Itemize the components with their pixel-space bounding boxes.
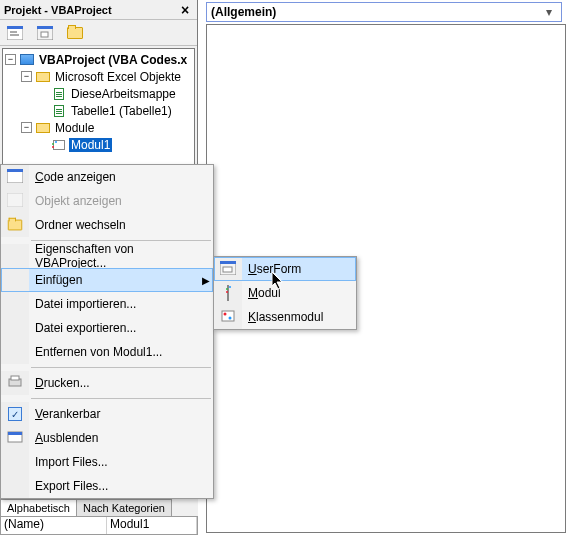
userform-icon (220, 261, 236, 278)
tree-folder-excel-objects[interactable]: − Microsoft Excel Objekte (3, 68, 194, 85)
tree-folder-modules[interactable]: − Module (3, 119, 194, 136)
collapse-icon[interactable]: − (21, 71, 32, 82)
printer-icon (7, 375, 23, 392)
svg-rect-8 (7, 169, 23, 172)
tree-item-label: Modul1 (69, 138, 112, 152)
tree-item-sheet[interactable]: Tabelle1 (Tabelle1) (3, 102, 194, 119)
tree-item-module[interactable]: Modul1 (3, 136, 194, 153)
property-key: (Name) (1, 517, 107, 534)
collapse-icon[interactable]: − (21, 122, 32, 133)
svg-rect-15 (220, 261, 236, 264)
tree-root-label: VBAProject (VBA Codes.x (37, 53, 189, 67)
menu-view-object: Objekt anzeigen (1, 189, 213, 213)
menu-label: Code anzeigen (29, 170, 213, 184)
menu-label: Objekt anzeigen (29, 194, 213, 208)
tab-alphabetical[interactable]: Alphabetisch (0, 499, 77, 516)
menu-import-files[interactable]: Import Files... (1, 450, 213, 474)
check-icon: ✓ (8, 407, 22, 421)
toggle-folders-icon[interactable] (64, 22, 86, 44)
insert-submenu: UserForm Modul Klassenmodul (213, 256, 357, 330)
worksheet-icon (51, 104, 67, 118)
menu-label: Ordner wechseln (29, 218, 213, 232)
menu-remove[interactable]: Entfernen von Modul1... (1, 340, 213, 364)
view-object-icon[interactable] (34, 22, 56, 44)
object-icon (7, 193, 23, 210)
submenu-module[interactable]: Modul (214, 281, 356, 305)
object-dropdown-value: (Allgemein) (211, 5, 541, 19)
svg-rect-1 (7, 26, 23, 29)
tree-root[interactable]: − VBAProject (VBA Codes.x (3, 51, 194, 68)
menu-dockable[interactable]: ✓ Verankerbar (1, 402, 213, 426)
menu-properties[interactable]: Eigenschaften von VBAProject... (1, 244, 213, 268)
menu-label: Import Files... (29, 455, 213, 469)
submenu-arrow-icon: ▶ (199, 275, 213, 286)
property-value[interactable]: Modul1 (107, 517, 197, 534)
project-icon (19, 53, 35, 67)
menu-label: Entfernen von Modul1... (29, 345, 213, 359)
svg-point-18 (224, 312, 227, 315)
menu-export-files[interactable]: Export Files... (1, 474, 213, 498)
folder-icon (7, 219, 23, 231)
menu-export[interactable]: Datei exportieren... (1, 316, 213, 340)
menu-separator (31, 398, 211, 399)
properties-grid[interactable]: (Name) Modul1 (0, 516, 198, 535)
menu-separator (31, 367, 211, 368)
svg-point-19 (229, 316, 232, 319)
menu-view-code[interactable]: Code anzeigen (1, 165, 213, 189)
view-code-icon[interactable] (4, 22, 26, 44)
svg-rect-16 (223, 267, 232, 272)
submenu-userform[interactable]: UserForm (214, 257, 356, 281)
menu-import[interactable]: Datei importieren... (1, 292, 213, 316)
chevron-down-icon: ▾ (541, 5, 557, 19)
menu-separator (31, 240, 211, 241)
menu-label: Export Files... (29, 479, 213, 493)
panel-toolbar (0, 20, 197, 46)
menu-label: Verankerbar (29, 407, 213, 421)
tree-item-label: Tabelle1 (Tabelle1) (69, 104, 174, 118)
menu-label: Datei exportieren... (29, 321, 213, 335)
module-icon (227, 286, 229, 300)
panel-title-text: Projekt - VBAProject (4, 4, 177, 16)
menu-toggle-folder[interactable]: Ordner wechseln (1, 213, 213, 237)
submenu-class-module[interactable]: Klassenmodul (214, 305, 356, 329)
properties-tabs: Alphabetisch Nach Kategorien (0, 499, 198, 516)
menu-label: UserForm (242, 262, 356, 276)
class-module-icon (220, 309, 236, 326)
menu-label: Datei importieren... (29, 297, 213, 311)
folder-icon (35, 121, 51, 135)
module-icon (51, 138, 67, 152)
context-menu: Code anzeigen Objekt anzeigen Ordner wec… (0, 164, 214, 499)
property-row[interactable]: (Name) Modul1 (1, 517, 197, 534)
collapse-icon[interactable]: − (5, 54, 16, 65)
svg-rect-13 (8, 432, 22, 435)
tree-item-label: DieseArbeitsmappe (69, 87, 178, 101)
tree-folder-label: Module (53, 121, 96, 135)
panel-titlebar: Projekt - VBAProject × (0, 0, 197, 20)
svg-rect-5 (37, 26, 53, 29)
menu-hide[interactable]: Ausblenden (1, 426, 213, 450)
folder-icon (35, 70, 51, 84)
svg-rect-17 (222, 311, 234, 321)
svg-rect-11 (11, 376, 19, 380)
tree-item-workbook[interactable]: DieseArbeitsmappe (3, 85, 194, 102)
menu-label: Drucken... (29, 376, 213, 390)
tree-folder-label: Microsoft Excel Objekte (53, 70, 183, 84)
menu-label: Eigenschaften von VBAProject... (29, 242, 213, 270)
menu-print[interactable]: Drucken... (1, 371, 213, 395)
tab-categorized[interactable]: Nach Kategorien (76, 499, 172, 516)
object-dropdown[interactable]: (Allgemein) ▾ (206, 2, 562, 22)
svg-rect-9 (7, 193, 23, 207)
hide-icon (7, 430, 23, 447)
menu-label: Ausblenden (29, 431, 213, 445)
menu-label: Modul (242, 286, 356, 300)
menu-label: Einfügen (29, 273, 199, 287)
panel-close-button[interactable]: × (177, 2, 193, 18)
menu-label: Klassenmodul (242, 310, 356, 324)
svg-rect-6 (41, 32, 48, 37)
menu-insert[interactable]: Einfügen ▶ (1, 268, 213, 292)
code-icon (7, 169, 23, 186)
worksheet-icon (51, 87, 67, 101)
